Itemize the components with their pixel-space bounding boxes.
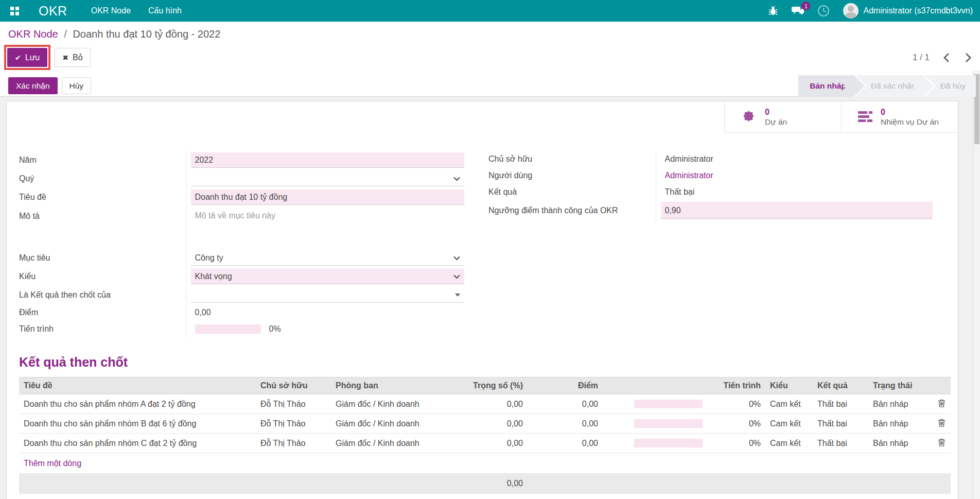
state-step-draft[interactable]: Bản nháp [798, 75, 856, 97]
col-owner[interactable]: Chủ sở hữu [256, 377, 331, 394]
user-name: Administrator (s37cmdbt3vvn) [863, 6, 973, 15]
projects-count: 0 [765, 107, 787, 117]
field-label-objective: Mục tiêu [19, 249, 186, 267]
projects-label: Dự án [765, 117, 787, 127]
cell-dept: Giám đốc / Kinh doanh [331, 434, 449, 453]
pager-previous-icon[interactable] [943, 53, 950, 63]
menu-cau-hinh[interactable]: Cấu hình [148, 6, 182, 15]
result-value: Thất bại [661, 187, 933, 197]
field-label-quarter: Quý [19, 169, 186, 188]
user-link[interactable]: Administrator [661, 171, 933, 180]
field-label-key-result-of: Là Kết quả then chốt của [19, 286, 186, 304]
table-row[interactable]: Doanh thu cho sản phẩm nhóm A đạt 2 tỷ đ… [19, 394, 951, 414]
discard-button[interactable]: ✖ Bỏ [55, 48, 90, 67]
project-tasks-count: 0 [881, 107, 939, 117]
description-textarea[interactable] [191, 208, 465, 245]
vertical-scrollbar[interactable] [973, 71, 980, 499]
save-button[interactable]: ✔ Lưu [7, 48, 47, 67]
field-label-result: Kết quả [488, 184, 656, 200]
delete-row-button[interactable] [932, 394, 951, 414]
delete-row-button[interactable] [932, 414, 951, 434]
cell-type: Cam kết [765, 414, 813, 434]
cell-type: Cam kết [765, 434, 813, 453]
close-icon: ✖ [62, 54, 68, 62]
delete-row-button[interactable] [932, 434, 951, 453]
quarter-select[interactable] [191, 171, 465, 186]
confirm-button[interactable]: Xác nhận [8, 77, 58, 94]
col-title[interactable]: Tiêu đề [19, 377, 256, 394]
cell-title: Doanh thu cho sản phẩm nhóm C đạt 2 tỷ đ… [19, 434, 256, 453]
form-sheet: 0 Dự án 0 Nhiệm vụ Dự án Năm Q [6, 101, 958, 499]
cell-weight: 0,00 [449, 394, 528, 414]
field-label-year: Năm [19, 151, 186, 169]
project-tasks-stat-button[interactable]: 0 Nhiệm vụ Dự án [841, 101, 958, 133]
row-progress-bar [634, 439, 703, 448]
user-menu[interactable]: Administrator (s37cmdbt3vvn) [843, 3, 973, 19]
score-value: 0,00 [191, 308, 465, 317]
threshold-input[interactable] [661, 203, 933, 218]
col-state[interactable]: Trạng thái [868, 377, 932, 394]
check-icon: ✔ [15, 54, 21, 62]
col-actions [932, 377, 951, 394]
stat-button-box: 0 Dự án 0 Nhiệm vụ Dự án [724, 101, 958, 133]
messages-icon[interactable]: 1 [792, 6, 804, 16]
cell-result: Thất bại [813, 394, 868, 414]
breadcrumb-parent-link[interactable]: OKR Node [8, 28, 58, 40]
apps-menu-icon[interactable] [10, 7, 19, 15]
year-input[interactable] [191, 152, 465, 168]
cell-title: Doanh thu cho sản phẩm nhóm B đạt 6 tỷ đ… [19, 414, 256, 434]
puzzle-icon [741, 109, 757, 125]
key-result-of-input[interactable] [191, 287, 465, 303]
field-label-user: Người dùng [488, 167, 656, 184]
add-line-link[interactable]: Thêm một dòng [19, 453, 950, 473]
cell-state: Bản nháp [868, 394, 932, 414]
owner-value: Administrator [661, 154, 933, 164]
col-progress[interactable]: Tiến trình [603, 377, 765, 394]
col-dept[interactable]: Phòng ban [331, 377, 449, 394]
cell-score: 0,00 [528, 414, 603, 434]
tasks-icon [858, 111, 872, 123]
chevron-down-icon [453, 174, 460, 183]
col-score[interactable]: Điểm [528, 377, 603, 394]
col-type[interactable]: Kiểu [765, 377, 813, 394]
user-avatar [843, 3, 859, 19]
objective-select[interactable]: Công ty [191, 250, 465, 266]
cell-progress-percent: 0% [749, 419, 761, 428]
message-count-badge: 1 [801, 2, 810, 10]
breadcrumb: OKR Node / Doanh thu đạt 10 tỷ đồng - 20… [8, 28, 972, 40]
menu-okr-node[interactable]: OKR Node [91, 6, 131, 15]
form-group-right: Chủ sở hữu Administrator Người dùng Admi… [488, 151, 933, 221]
project-tasks-label: Nhiệm vụ Dự án [881, 117, 939, 127]
activities-clock-icon[interactable] [817, 5, 830, 17]
cell-title: Doanh thu cho sản phẩm nhóm A đạt 2 tỷ đ… [19, 394, 256, 414]
table-row[interactable]: Doanh thu cho sản phẩm nhóm B đạt 6 tỷ đ… [19, 414, 951, 434]
form-fields: Năm Quý Tiêu đề [7, 101, 958, 337]
cancel-button[interactable]: Hủy [62, 77, 92, 94]
state-step-confirmed[interactable]: Đã xác nhận [856, 75, 926, 97]
row-progress-bar [634, 419, 703, 428]
col-weight[interactable]: Trọng số (%) [449, 377, 528, 394]
projects-stat-button[interactable]: 0 Dự án [724, 101, 841, 133]
key-results-section: Kết quả then chốt Tiêu đề Chủ sở hữu Phò… [7, 337, 958, 494]
field-label-score: Điểm [19, 304, 186, 321]
pager-value[interactable]: 1 / 1 [913, 53, 930, 63]
trash-icon [938, 438, 946, 446]
key-results-table: Tiêu đề Chủ sở hữu Phòng ban Trọng số (%… [19, 377, 951, 453]
table-header-row: Tiêu đề Chủ sở hữu Phòng ban Trọng số (%… [19, 377, 951, 394]
cell-result: Thất bại [813, 414, 868, 434]
title-input[interactable] [191, 190, 465, 205]
field-label-owner: Chủ sở hữu [488, 151, 656, 167]
pager-next-icon[interactable] [965, 53, 972, 63]
chevron-down-icon [453, 272, 460, 281]
field-label-threshold: Ngưỡng điểm thành công của OKR [488, 200, 656, 221]
cell-owner: Đỗ Thị Thảo [256, 394, 331, 414]
main-menu: OKR Node Cấu hình [91, 6, 182, 15]
cell-dept: Giám đốc / Kinh doanh [331, 394, 449, 414]
col-result[interactable]: Kết quả [813, 377, 868, 394]
debug-bug-icon[interactable] [768, 6, 778, 16]
type-select[interactable]: Khát vọng [191, 269, 465, 284]
state-pipeline: Bản nháp Đã xác nhận Đã hủy [798, 75, 976, 97]
table-row[interactable]: Doanh thu cho sản phẩm nhóm C đạt 2 tỷ đ… [19, 434, 951, 453]
cell-dept: Giám đốc / Kinh doanh [331, 414, 449, 434]
pager: 1 / 1 [913, 53, 972, 63]
